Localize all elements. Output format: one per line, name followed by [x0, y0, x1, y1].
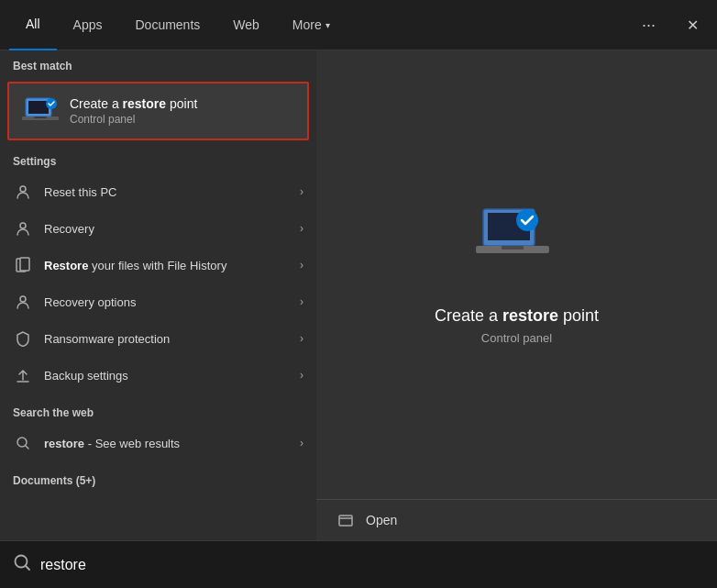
best-match-item[interactable]: Create a restore point Control panel — [7, 82, 309, 140]
best-match-title: Create a restore point — [70, 96, 197, 111]
svg-rect-16 — [339, 516, 352, 526]
settings-item-restore-files[interactable]: Restore your files with File History › — [0, 247, 316, 283]
settings-item-backup[interactable]: Backup settings › — [0, 357, 316, 394]
search-icon — [13, 553, 31, 576]
web-search-label: Search the web — [0, 397, 316, 425]
settings-item-reset[interactable]: Reset this PC › — [0, 173, 316, 210]
search-input[interactable] — [40, 557, 704, 573]
ransomware-label: Ransomware protection — [44, 332, 300, 346]
web-search-item[interactable]: restore - See web results › — [0, 425, 316, 461]
web-chevron-icon: › — [300, 437, 303, 449]
right-subtitle: Control panel — [481, 331, 552, 345]
tab-all-label: All — [26, 17, 40, 31]
chevron-right-icon-5: › — [300, 332, 303, 345]
backup-label: Backup settings — [44, 369, 300, 383]
more-options-button[interactable]: ··· — [634, 12, 663, 39]
right-detail: Create a restore point Control panel — [316, 50, 717, 499]
chevron-right-icon-2: › — [300, 222, 303, 235]
settings-section: Settings Reset this PC › — [0, 146, 316, 394]
documents-section: Documents (5+) — [0, 465, 316, 493]
close-button[interactable]: ✕ — [678, 13, 708, 38]
right-actions: Open — [316, 500, 717, 540]
tab-documents[interactable]: Documents — [118, 0, 216, 50]
reset-pc-label: Reset this PC — [44, 185, 300, 199]
best-match-text: Create a restore point Control panel — [70, 96, 197, 126]
best-match-subtitle: Control panel — [70, 113, 197, 126]
svg-point-9 — [20, 296, 26, 302]
svg-rect-8 — [20, 258, 29, 271]
left-panel: Best match Create a restore point — [0, 50, 316, 540]
svg-point-5 — [20, 186, 26, 192]
backup-icon — [13, 365, 33, 385]
web-search-text: restore - See web results — [44, 437, 180, 450]
top-nav: All Apps Documents Web More ▾ ··· ✕ — [0, 0, 717, 50]
chevron-right-icon: › — [300, 185, 303, 198]
svg-rect-14 — [502, 246, 524, 250]
tab-more[interactable]: More ▾ — [276, 0, 347, 50]
nav-actions: ··· ✕ — [634, 12, 708, 39]
web-search-section: Search the web restore - See web results… — [0, 397, 316, 461]
right-panel: Create a restore point Control panel Ope… — [316, 50, 717, 540]
tab-apps-label: Apps — [73, 17, 103, 32]
restore-files-label: Restore your files with File History — [44, 259, 300, 272]
main-content: Best match Create a restore point — [0, 50, 717, 540]
settings-label: Settings — [0, 146, 316, 173]
recovery-label: Recovery — [44, 222, 300, 236]
open-icon — [338, 513, 353, 527]
restore-files-icon — [13, 255, 33, 275]
chevron-right-icon-3: › — [300, 259, 303, 272]
chevron-right-icon-6: › — [300, 369, 303, 382]
open-label: Open — [366, 513, 397, 527]
reset-pc-icon — [13, 182, 33, 202]
right-restore-icon — [476, 205, 558, 288]
documents-label: Documents (5+) — [0, 465, 316, 493]
svg-rect-1 — [28, 101, 49, 114]
best-match-label: Best match — [0, 50, 316, 78]
search-bar — [0, 540, 717, 588]
restore-point-icon — [22, 93, 59, 129]
tab-web[interactable]: Web — [216, 0, 276, 50]
tab-apps[interactable]: Apps — [57, 0, 119, 50]
chevron-right-icon-4: › — [300, 295, 303, 308]
tab-documents-label: Documents — [135, 17, 200, 32]
recovery-icon — [13, 218, 33, 239]
recovery-options-label: Recovery options — [44, 295, 300, 309]
svg-rect-3 — [34, 116, 47, 118]
settings-item-recovery[interactable]: Recovery › — [0, 210, 316, 247]
svg-point-15 — [516, 209, 538, 231]
settings-item-recovery-options[interactable]: Recovery options › — [0, 283, 316, 320]
right-title: Create a restore point — [435, 306, 599, 326]
ransomware-icon — [13, 328, 33, 349]
recovery-options-icon — [13, 292, 33, 312]
tab-all[interactable]: All — [9, 0, 57, 50]
tab-more-label: More — [292, 17, 322, 32]
svg-point-6 — [20, 223, 26, 228]
settings-item-ransomware[interactable]: Ransomware protection › — [0, 320, 316, 357]
chevron-down-icon: ▾ — [325, 20, 330, 30]
open-action[interactable]: Open — [316, 500, 717, 540]
search-web-icon — [13, 433, 33, 453]
tab-web-label: Web — [233, 17, 259, 32]
